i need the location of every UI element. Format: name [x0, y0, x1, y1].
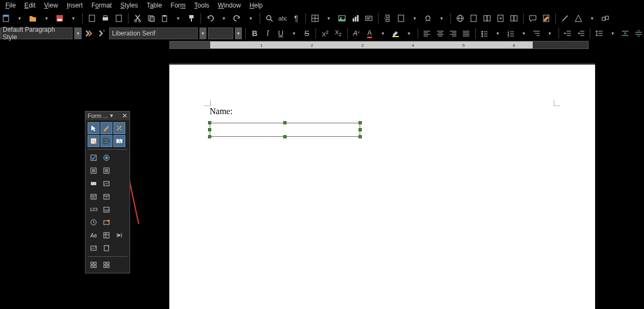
- menu-edit[interactable]: Edit: [20, 1, 40, 10]
- superscript-icon[interactable]: X2: [319, 27, 331, 39]
- table-control-icon[interactable]: Aa: [88, 229, 99, 241]
- font-name-dropdown[interactable]: ▼: [199, 27, 207, 39]
- option-button-icon[interactable]: [101, 152, 112, 164]
- new-style-icon[interactable]: +: [96, 27, 108, 39]
- group-box-icon[interactable]: 123: [88, 203, 99, 215]
- select-icon[interactable]: [88, 122, 99, 134]
- outline-dropdown-icon[interactable]: ▼: [544, 27, 555, 39]
- resize-handle-tl[interactable]: [208, 121, 211, 124]
- page[interactable]: Name:: [169, 65, 595, 309]
- tab-order-icon[interactable]: [88, 259, 99, 271]
- decrease-indent-icon[interactable]: [575, 27, 586, 39]
- print-icon[interactable]: [99, 12, 111, 24]
- draw-functions-icon[interactable]: [599, 12, 611, 24]
- pattern-field-icon[interactable]: [101, 216, 112, 228]
- bookmark-icon[interactable]: [481, 12, 493, 24]
- image-icon[interactable]: [336, 12, 348, 24]
- paste-icon[interactable]: [159, 12, 170, 24]
- find-icon[interactable]: [263, 12, 275, 24]
- date-field-icon[interactable]: %: [88, 191, 99, 202]
- combo-box-icon[interactable]: [88, 165, 99, 177]
- font-size-dropdown[interactable]: ▼: [235, 27, 242, 39]
- hyperlink-icon[interactable]: [454, 12, 466, 24]
- form-toolbar-menu-icon[interactable]: ▼: [109, 113, 114, 118]
- undo-dropdown-icon[interactable]: ▼: [218, 12, 230, 24]
- menu-table[interactable]: Table: [142, 1, 167, 10]
- new-icon[interactable]: [0, 12, 12, 24]
- field-dropdown-icon[interactable]: ▼: [409, 12, 420, 24]
- line-spacing-dropdown-icon[interactable]: ▼: [606, 27, 618, 39]
- menu-tools[interactable]: Tools: [190, 1, 213, 10]
- bullet-dropdown-icon[interactable]: ▼: [492, 27, 503, 39]
- formatting-marks-icon[interactable]: ¶: [290, 12, 302, 24]
- italic-icon[interactable]: I: [262, 27, 273, 39]
- bullet-list-icon[interactable]: [479, 27, 490, 39]
- redo-icon[interactable]: [231, 12, 243, 24]
- strikethrough-icon[interactable]: S: [301, 27, 312, 39]
- number-list-icon[interactable]: 123: [505, 27, 516, 39]
- menu-insert[interactable]: Insert: [62, 1, 87, 10]
- currency-field-icon[interactable]: [88, 216, 99, 228]
- time-field-icon[interactable]: xyz: [101, 203, 112, 215]
- file-selection-icon[interactable]: [101, 242, 112, 254]
- para-spacing-inc-icon[interactable]: [620, 27, 631, 39]
- bold-icon[interactable]: B: [249, 27, 260, 39]
- spellcheck-icon[interactable]: abc: [277, 12, 289, 24]
- form-design-icon[interactable]: [88, 135, 99, 147]
- highlight-icon[interactable]: [390, 27, 401, 39]
- align-center-icon[interactable]: [434, 27, 446, 39]
- paragraph-style-combo[interactable]: Default Paragraph Style: [0, 27, 73, 39]
- update-style-icon[interactable]: [83, 27, 95, 39]
- open-dropdown-icon[interactable]: ▼: [40, 12, 52, 24]
- font-name-combo[interactable]: Liberation Serif: [109, 27, 197, 39]
- check-box-icon[interactable]: [88, 152, 99, 164]
- subscript-icon[interactable]: X2: [332, 27, 344, 39]
- field-icon[interactable]: [395, 12, 407, 24]
- copy-icon[interactable]: [145, 12, 157, 24]
- clear-format-icon[interactable]: A: [351, 27, 362, 39]
- form-toolbar-close-icon[interactable]: ✕: [122, 112, 127, 120]
- cross-ref-icon[interactable]: [495, 12, 506, 24]
- label-icon[interactable]: [101, 135, 112, 147]
- image-control-icon[interactable]: [88, 242, 99, 254]
- resize-handle-bm[interactable]: [283, 135, 287, 138]
- font-color-dropdown-icon[interactable]: ▼: [377, 27, 388, 39]
- align-justify-icon[interactable]: [460, 27, 471, 39]
- control-wizards-icon[interactable]: [113, 122, 125, 134]
- underline-icon[interactable]: U: [275, 27, 287, 39]
- number-dropdown-icon[interactable]: ▼: [518, 27, 529, 39]
- clone-format-icon[interactable]: [185, 12, 197, 24]
- highlight-dropdown-icon[interactable]: ▼: [403, 27, 414, 39]
- align-left-icon[interactable]: [421, 27, 433, 39]
- formatted-field-icon[interactable]: [101, 178, 112, 189]
- table-dropdown-icon[interactable]: ▼: [323, 12, 334, 24]
- form-toolbar-titlebar[interactable]: Form ... ▼ ✕: [85, 111, 130, 120]
- export-pdf-icon[interactable]: [86, 12, 98, 24]
- line-icon[interactable]: [559, 12, 571, 24]
- text-box-insert-icon[interactable]: [363, 12, 375, 24]
- navigation-bar-icon[interactable]: [101, 229, 112, 241]
- basic-shapes-icon[interactable]: [573, 12, 584, 24]
- nav-next-icon[interactable]: [113, 229, 125, 241]
- text-box-control[interactable]: [210, 123, 360, 137]
- new-dropdown-icon[interactable]: ▼: [13, 12, 25, 24]
- save-dropdown-icon[interactable]: ▼: [67, 12, 79, 24]
- numerical-field-icon[interactable]: 7: [101, 191, 112, 202]
- font-size-combo[interactable]: [208, 27, 233, 39]
- page-break-icon[interactable]: [382, 12, 393, 24]
- footnote-icon[interactable]: [468, 12, 480, 24]
- form-controls-toolbar[interactable]: Form ... ▼ ✕ A % 7 123 xyz: [85, 111, 130, 273]
- cut-icon[interactable]: [132, 12, 144, 24]
- menu-styles[interactable]: Styles: [116, 1, 142, 10]
- resize-handle-mr[interactable]: [359, 128, 362, 131]
- font-color-icon[interactable]: A: [364, 27, 375, 39]
- redo-dropdown-icon[interactable]: ▼: [245, 12, 256, 24]
- menu-view[interactable]: View: [40, 1, 62, 10]
- resize-handle-tr[interactable]: [359, 121, 362, 124]
- line-spacing-icon[interactable]: [593, 27, 605, 39]
- menu-format[interactable]: Format: [87, 1, 116, 10]
- menu-form[interactable]: Form: [166, 1, 190, 10]
- special-char-icon[interactable]: Ω: [422, 12, 434, 24]
- design-mode-icon[interactable]: [101, 122, 112, 134]
- outline-icon[interactable]: [531, 27, 542, 39]
